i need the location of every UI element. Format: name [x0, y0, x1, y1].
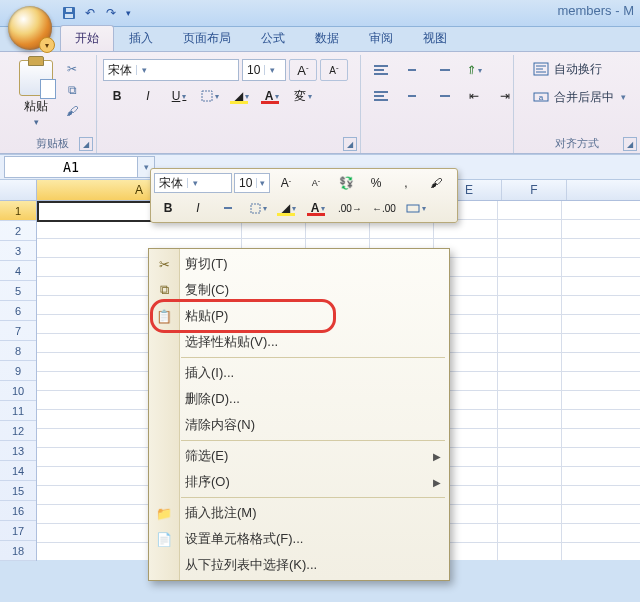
align-right-button[interactable] — [429, 85, 457, 107]
row-header[interactable]: 2 — [0, 221, 36, 241]
menu-item[interactable]: 删除(D)... — [149, 386, 449, 412]
font-color-button[interactable]: A — [258, 85, 286, 107]
phonetic-button[interactable]: 変 — [289, 85, 317, 107]
paste-icon — [19, 60, 53, 96]
chevron-down-icon: ▾ — [256, 178, 267, 188]
bold-button[interactable]: B — [103, 85, 131, 107]
shrink-font-icon: A — [329, 65, 336, 76]
mini-increase-decimal[interactable]: .00→ — [334, 197, 366, 219]
menu-item[interactable]: ✂剪切(T) — [149, 251, 449, 277]
name-box[interactable] — [4, 156, 138, 178]
qat-customize-icon[interactable]: ▾ — [123, 4, 133, 22]
menu-item[interactable]: 清除内容(N) — [149, 412, 449, 438]
paste-button[interactable]: 粘贴 ▾ — [14, 57, 58, 127]
tab-审阅[interactable]: 审阅 — [354, 25, 408, 51]
mini-borders[interactable] — [244, 197, 272, 219]
mini-shrink-font[interactable]: Aˇ — [302, 172, 330, 194]
row-header[interactable]: 9 — [0, 361, 36, 381]
tab-数据[interactable]: 数据 — [300, 25, 354, 51]
row-header[interactable]: 10 — [0, 381, 36, 401]
menu-item[interactable]: 📄设置单元格格式(F)... — [149, 526, 449, 552]
mini-font-name-combo[interactable]: 宋体▾ — [154, 173, 232, 193]
fill-color-button[interactable]: ◢ — [227, 85, 255, 107]
orientation-button[interactable]: ⇗ — [460, 59, 488, 81]
cut-button[interactable]: ✂ — [62, 59, 82, 79]
copy-button[interactable]: ⧉ — [62, 80, 82, 100]
column-header[interactable]: F — [502, 180, 567, 200]
row-header[interactable]: 1 — [0, 201, 36, 221]
alignment-launcher[interactable]: ◢ — [623, 137, 637, 151]
tab-视图[interactable]: 视图 — [408, 25, 462, 51]
office-button[interactable]: ▾ — [8, 6, 52, 50]
row-header[interactable]: 15 — [0, 481, 36, 501]
row-header[interactable]: 17 — [0, 521, 36, 541]
menu-item[interactable]: ⧉复制(C) — [149, 277, 449, 303]
menu-item[interactable]: 插入(I)... — [149, 360, 449, 386]
row-header[interactable]: 6 — [0, 301, 36, 321]
decrease-indent-button[interactable]: ⇤ — [460, 85, 488, 107]
merge-center-button[interactable]: a 合并后居中 ▾ — [526, 85, 633, 109]
menu-item[interactable]: 筛选(E)▶ — [149, 443, 449, 469]
menu-item[interactable]: 选择性粘贴(V)... — [149, 329, 449, 355]
row-header[interactable]: 8 — [0, 341, 36, 361]
row-header[interactable]: 7 — [0, 321, 36, 341]
mini-italic[interactable]: I — [184, 197, 212, 219]
align-middle-button[interactable] — [398, 59, 426, 81]
row-header[interactable]: 14 — [0, 461, 36, 481]
align-center-button[interactable] — [398, 85, 426, 107]
mini-percent[interactable]: % — [362, 172, 390, 194]
mini-grow-font[interactable]: Aˆ — [272, 172, 300, 194]
mini-accounting-format[interactable]: 💱 — [332, 172, 360, 194]
qat-redo-icon[interactable]: ↷ — [102, 4, 120, 22]
row-header[interactable]: 3 — [0, 241, 36, 261]
mini-bold[interactable]: B — [154, 197, 182, 219]
tab-公式[interactable]: 公式 — [246, 25, 300, 51]
row-header[interactable]: 5 — [0, 281, 36, 301]
font-name-combo[interactable]: 宋体 ▾ — [103, 59, 239, 81]
menu-item[interactable]: 排序(O)▶ — [149, 469, 449, 495]
qat-save-icon[interactable] — [60, 4, 78, 22]
italic-button[interactable]: I — [134, 85, 162, 107]
svg-rect-2 — [66, 8, 72, 12]
paste-label: 粘贴 — [24, 98, 48, 115]
mini-merge[interactable] — [402, 197, 430, 219]
borders-button[interactable] — [196, 85, 224, 107]
row-header[interactable]: 12 — [0, 421, 36, 441]
select-all-corner[interactable] — [0, 180, 37, 200]
tab-插入[interactable]: 插入 — [114, 25, 168, 51]
font-size-combo[interactable]: 10 ▾ — [242, 59, 286, 81]
align-top-button[interactable] — [367, 59, 395, 81]
tab-页面布局[interactable]: 页面布局 — [168, 25, 246, 51]
menu-item[interactable]: 从下拉列表中选择(K)... — [149, 552, 449, 578]
row-header[interactable]: 13 — [0, 441, 36, 461]
clipboard-launcher[interactable]: ◢ — [79, 137, 93, 151]
font-launcher[interactable]: ◢ — [343, 137, 357, 151]
qat-undo-icon[interactable]: ↶ — [81, 4, 99, 22]
tab-开始[interactable]: 开始 — [60, 25, 114, 51]
mini-decrease-decimal[interactable]: ←.00 — [368, 197, 400, 219]
underline-button[interactable]: U — [165, 85, 193, 107]
align-left-button[interactable] — [367, 85, 395, 107]
currency-icon: 💱 — [339, 176, 354, 190]
shrink-font-button[interactable]: Aˇ — [320, 59, 348, 81]
borders-icon — [250, 203, 261, 214]
row-header[interactable]: 16 — [0, 501, 36, 521]
menu-item[interactable]: 📁插入批注(M) — [149, 500, 449, 526]
menu-item-icon — [155, 473, 173, 491]
menu-item-icon — [155, 364, 173, 382]
mini-fill-color[interactable]: ◢ — [274, 197, 302, 219]
wrap-text-button[interactable]: 自动换行 — [526, 57, 609, 81]
menu-separator — [181, 357, 445, 358]
mini-align-center[interactable] — [214, 197, 242, 219]
row-header[interactable]: 11 — [0, 401, 36, 421]
mini-comma[interactable]: , — [392, 172, 420, 194]
format-painter-button[interactable]: 🖌 — [62, 101, 82, 121]
grow-font-button[interactable]: Aˆ — [289, 59, 317, 81]
menu-item[interactable]: 📋粘贴(P) — [149, 303, 449, 329]
row-header[interactable]: 4 — [0, 261, 36, 281]
mini-format-painter[interactable]: 🖌 — [422, 172, 450, 194]
row-header[interactable]: 18 — [0, 541, 36, 561]
mini-font-color[interactable]: A — [304, 197, 332, 219]
align-bottom-button[interactable] — [429, 59, 457, 81]
mini-font-size-combo[interactable]: 10▾ — [234, 173, 270, 193]
